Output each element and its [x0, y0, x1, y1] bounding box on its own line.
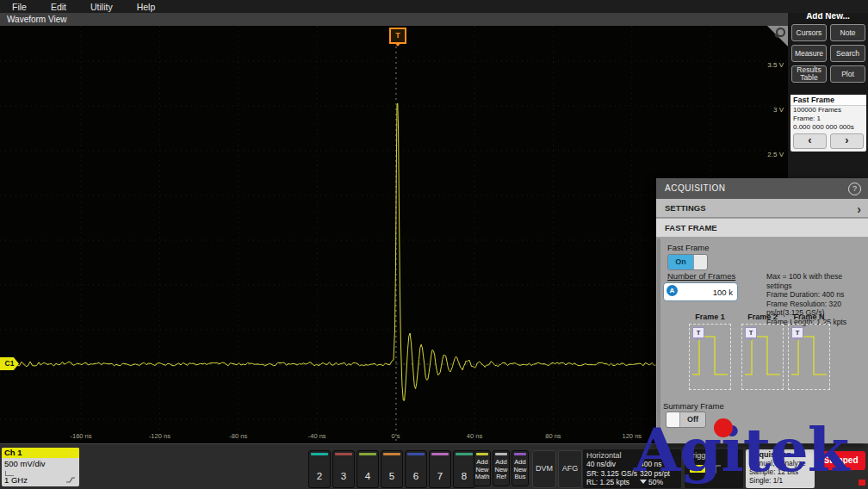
button-color-stripe: [476, 453, 488, 455]
number-of-frames-label: Number of Frames: [667, 271, 735, 281]
trigger-badge[interactable]: Trigger C1: [685, 449, 743, 488]
add-new-ref-button[interactable]: Add New Ref: [493, 450, 510, 486]
help-icon[interactable]: ?: [848, 183, 861, 195]
horizontal-span: 400 ns: [640, 460, 662, 469]
fast-frame-count: 100000 Frames: [790, 106, 866, 115]
frame-diagram-label: Frame 1: [689, 313, 731, 321]
toggle-knob: [666, 412, 680, 427]
toggle-on-label: On: [668, 255, 693, 269]
fast-frame-toggle[interactable]: On: [667, 254, 708, 270]
chevron-right-icon: ›: [857, 200, 861, 219]
add-new-bus-button[interactable]: Add New Bus: [512, 450, 529, 486]
fast-frame-label: Fast Frame: [667, 243, 710, 252]
trigger-flag-icon: T: [791, 327, 803, 338]
fast-frame-current: Frame: 1: [790, 115, 866, 123]
add-new-buttons: CursorsNoteMeasureSearchResults TablePlo…: [791, 24, 865, 83]
frame-diagram: Frame 1TFrame 2TFrame NT: [656, 313, 868, 392]
channel-6-button[interactable]: 6: [405, 450, 427, 488]
time-tick-label: 40 ns: [467, 432, 482, 440]
voltage-tick-label: 3 V: [773, 106, 784, 114]
add-new-search-button[interactable]: Search: [830, 45, 865, 62]
frame-diagram-label: Frame N: [788, 313, 830, 321]
results-bar: Add New... CursorsNoteMeasureSearchResul…: [788, 9, 868, 178]
fast-frame-badge[interactable]: Fast Frame 100000 Frames Frame: 1 0.000 …: [790, 95, 866, 152]
add-new-math-button[interactable]: Add New Math: [474, 450, 491, 486]
acquisition-mode: Manual, Analyze: [746, 459, 815, 467]
add-new-measure-button[interactable]: Measure: [791, 45, 827, 62]
add-new-plot-button[interactable]: Plot: [830, 65, 865, 83]
channel1-name: Ch 1: [2, 448, 79, 458]
channel1-badge[interactable]: Ch 1 500 mV/div 1 GHz: [2, 448, 79, 486]
horizontal-badge[interactable]: Horizontal 40 ns/div400 ns SR: 3.125 GS/…: [583, 449, 681, 488]
position-percent: 50%: [648, 478, 663, 486]
channel-8-button[interactable]: 8: [453, 450, 475, 488]
menu-edit[interactable]: Edit: [51, 2, 66, 12]
horizontal-position-icon: [640, 480, 647, 484]
channel-color-stripe: [359, 453, 376, 455]
acquisition-panel: ACQUISITION ? SETTINGS › FAST FRAME Fast…: [656, 178, 868, 443]
summary-frame-label: Summary Frame: [663, 401, 724, 411]
add-new-note-button[interactable]: Note: [830, 24, 865, 41]
acquisition-sample: Sample: 12 bits: [746, 467, 815, 476]
horizontal-title: Horizontal: [583, 449, 681, 460]
time-tick-label: 120 ns: [623, 432, 642, 440]
channel-color-stripe: [311, 453, 328, 455]
frame-diagram-box: T: [741, 324, 784, 390]
acquisition-badge-title: Acquisition: [746, 449, 815, 459]
trigger-flag-icon: T: [745, 327, 757, 338]
channel-7-button[interactable]: 7: [429, 450, 451, 488]
channel-2-button[interactable]: 2: [308, 450, 331, 488]
magnifier-icon: [776, 28, 785, 37]
menu-bar: FileEditUtilityHelp: [0, 0, 868, 13]
summary-frame-toggle[interactable]: Off: [666, 412, 706, 428]
horizontal-scale: 40 ns/div: [586, 460, 640, 469]
fast-frame-section-label: FAST FRAME: [665, 223, 717, 232]
time-tick-label: -80 ns: [229, 432, 247, 440]
toggle-off-label: Off: [680, 412, 705, 427]
time-tick-label: 0 s: [392, 432, 400, 440]
add-new-cursors-button[interactable]: Cursors: [791, 24, 827, 41]
channel-color-stripe: [431, 453, 449, 455]
channel-color-stripe: [407, 453, 425, 455]
fast-frame-settings-body: Fast Frame On Number of Frames A Max = 1…: [656, 237, 868, 443]
waveform-view-tabbar: Waveform View: [0, 13, 788, 26]
menu-help[interactable]: Help: [137, 2, 156, 12]
acquisition-single: Single: 1/1: [746, 476, 815, 485]
channel-color-stripe: [335, 453, 352, 455]
time-tick-label: -120 ns: [149, 432, 170, 440]
channel-5-button[interactable]: 5: [381, 450, 403, 488]
acquisition-badge[interactable]: Acquisition Manual, Analyze Sample: 12 b…: [746, 449, 815, 488]
tab-waveform-view[interactable]: Waveform View: [7, 15, 66, 24]
time-tick-label: 80 ns: [545, 432, 561, 440]
section-settings[interactable]: SETTINGS ›: [656, 199, 868, 218]
frame-diagram-box: T: [788, 324, 830, 390]
time-tick-label: -40 ns: [308, 432, 326, 440]
fast-frame-timestamp: 0.000 000 000 000s: [790, 123, 866, 132]
acquisition-panel-title: ACQUISITION: [656, 178, 868, 199]
channel1-scale: 500 mV/div: [2, 459, 79, 469]
channel1-bandwidth: 1 GHz: [4, 475, 28, 485]
section-fast-frame[interactable]: FAST FRAME: [656, 219, 868, 237]
run-stop-button[interactable]: Stopped: [816, 451, 865, 470]
frame-next-button[interactable]: ›: [830, 133, 864, 149]
frame-diagram-box: T: [689, 324, 731, 390]
record-length: RL: 1.25 kpts: [586, 478, 640, 487]
toggle-knob: [693, 255, 707, 269]
trigger-slope-icon: [710, 464, 722, 474]
channel-4-button[interactable]: 4: [356, 450, 379, 488]
info-line: Max = 100 k with these settings: [766, 272, 866, 290]
time-tick-label: -160 ns: [70, 432, 91, 440]
sample-rate: SR: 3.125 GS/s: [586, 469, 640, 479]
add-new-results-table-button[interactable]: Results Table: [791, 65, 827, 83]
dvm-button[interactable]: DVM: [532, 450, 556, 488]
menu-utility[interactable]: Utility: [90, 2, 113, 12]
resolution: 320 ps/pt: [640, 469, 670, 479]
bandwidth-filter-icon: [65, 476, 76, 483]
badge-bar: Ch 1 500 mV/div 1 GHz 2345678 Add New Ma…: [0, 443, 868, 489]
channel-3-button[interactable]: 3: [332, 450, 355, 488]
menu-file[interactable]: File: [12, 2, 27, 12]
settings-label: SETTINGS: [665, 203, 706, 213]
frame-prev-button[interactable]: ‹: [793, 133, 827, 149]
afg-button[interactable]: AFG: [558, 450, 582, 488]
trigger-flag-icon[interactable]: T: [389, 28, 406, 44]
